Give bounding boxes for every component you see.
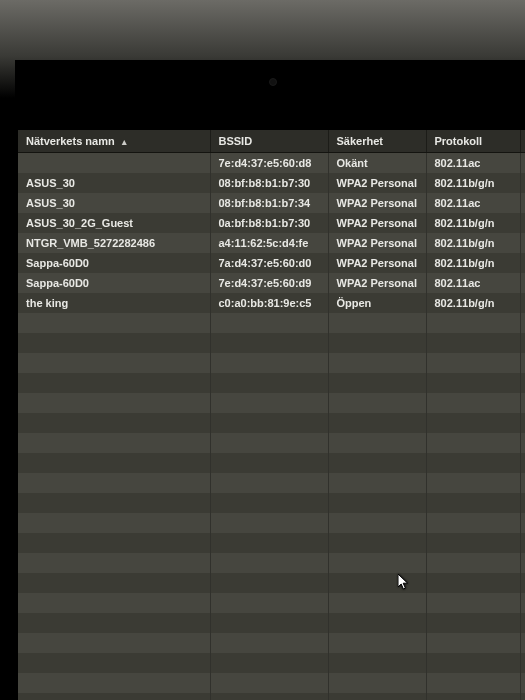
cell-bssid: c0:a0:bb:81:9e:c5 <box>210 293 328 313</box>
table-row-empty <box>18 473 525 493</box>
table-row-empty <box>18 333 525 353</box>
table-row-empty <box>18 653 525 673</box>
cell-name <box>18 153 210 174</box>
table-row-empty <box>18 453 525 473</box>
table-row[interactable]: 7e:d4:37:e5:60:d8Okänt802.11ac-39 <box>18 153 525 174</box>
table-row[interactable]: Sappa-60D07a:d4:37:e5:60:d0WPA2 Personal… <box>18 253 525 273</box>
table-row-empty <box>18 433 525 453</box>
cell-name: the king <box>18 293 210 313</box>
table-row[interactable]: ASUS_3008:bf:b8:b1:b7:30WPA2 Personal802… <box>18 173 525 193</box>
table-row-empty <box>18 353 525 373</box>
col-header-protocol[interactable]: Protokoll <box>426 130 520 153</box>
cell-protocol: 802.11b/g/n <box>426 293 520 313</box>
cell-protocol: 802.11ac <box>426 193 520 213</box>
cell-bssid: 7e:d4:37:e5:60:d9 <box>210 273 328 293</box>
cell-protocol: 802.11b/g/n <box>426 173 520 193</box>
col-header-bssid[interactable]: BSSID <box>210 130 328 153</box>
table-body: 7e:d4:37:e5:60:d8Okänt802.11ac-39ASUS_30… <box>18 153 525 701</box>
cell-security: Okänt <box>328 153 426 174</box>
table-row-empty <box>18 373 525 393</box>
cell-rssi: -42 <box>520 233 525 253</box>
cell-security: WPA2 Personal <box>328 213 426 233</box>
cell-bssid: 7a:d4:37:e5:60:d0 <box>210 253 328 273</box>
webcam-dot <box>269 78 277 86</box>
sort-asc-icon: ▴ <box>122 137 127 147</box>
cell-name: ASUS_30 <box>18 173 210 193</box>
cell-rssi: -78 <box>520 213 525 233</box>
table-row-empty <box>18 393 525 413</box>
cell-security: WPA2 Personal <box>328 253 426 273</box>
table-row-empty <box>18 693 525 700</box>
cell-bssid: 0a:bf:b8:b1:b7:30 <box>210 213 328 233</box>
table-row-empty <box>18 673 525 693</box>
cell-name: ASUS_30 <box>18 193 210 213</box>
cell-security: WPA2 Personal <box>328 273 426 293</box>
cell-security: WPA2 Personal <box>328 173 426 193</box>
screen-area: Nätverkets namn ▴ BSSID Säkerhet Protoko… <box>18 130 525 700</box>
table-row[interactable]: the kingc0:a0:bb:81:9e:c5Öppen802.11b/g/… <box>18 293 525 313</box>
table-row-empty <box>18 573 525 593</box>
col-header-name-label: Nätverkets namn <box>26 135 115 147</box>
col-header-name[interactable]: Nätverkets namn ▴ <box>18 130 210 153</box>
cell-security: Öppen <box>328 293 426 313</box>
table-row[interactable]: ASUS_3008:bf:b8:b1:b7:34WPA2 Personal802… <box>18 193 525 213</box>
cell-rssi: -77 <box>520 293 525 313</box>
table-row[interactable]: ASUS_30_2G_Guest0a:bf:b8:b1:b7:30WPA2 Pe… <box>18 213 525 233</box>
cell-protocol: 802.11ac <box>426 153 520 174</box>
cell-bssid: a4:11:62:5c:d4:fe <box>210 233 328 253</box>
cell-security: WPA2 Personal <box>328 193 426 213</box>
cell-name: Sappa-60D0 <box>18 273 210 293</box>
cell-rssi: -46 <box>520 253 525 273</box>
table-row-empty <box>18 553 525 573</box>
cell-protocol: 802.11ac <box>426 273 520 293</box>
table-row-empty <box>18 493 525 513</box>
table-header-row: Nätverkets namn ▴ BSSID Säkerhet Protoko… <box>18 130 525 153</box>
cell-rssi: -78 <box>520 173 525 193</box>
table-row[interactable]: Sappa-60D07e:d4:37:e5:60:d9WPA2 Personal… <box>18 273 525 293</box>
table-row-empty <box>18 633 525 653</box>
cell-bssid: 7e:d4:37:e5:60:d8 <box>210 153 328 174</box>
table-row-empty <box>18 313 525 333</box>
cell-name: ASUS_30_2G_Guest <box>18 213 210 233</box>
table-row[interactable]: NTGR_VMB_5272282486a4:11:62:5c:d4:feWPA2… <box>18 233 525 253</box>
cell-name: NTGR_VMB_5272282486 <box>18 233 210 253</box>
cell-protocol: 802.11b/g/n <box>426 213 520 233</box>
wifi-network-table: Nätverkets namn ▴ BSSID Säkerhet Protoko… <box>18 130 525 700</box>
cell-name: Sappa-60D0 <box>18 253 210 273</box>
table-row-empty <box>18 593 525 613</box>
col-header-rssi[interactable]: RSSI <box>520 130 525 153</box>
cell-security: WPA2 Personal <box>328 233 426 253</box>
cell-bssid: 08:bf:b8:b1:b7:34 <box>210 193 328 213</box>
cell-rssi: -89 <box>520 193 525 213</box>
table-row-empty <box>18 613 525 633</box>
table-row-empty <box>18 513 525 533</box>
cell-rssi: -39 <box>520 273 525 293</box>
cell-protocol: 802.11b/g/n <box>426 233 520 253</box>
cell-bssid: 08:bf:b8:b1:b7:30 <box>210 173 328 193</box>
cell-protocol: 802.11b/g/n <box>426 253 520 273</box>
table-row-empty <box>18 533 525 553</box>
cell-rssi: -39 <box>520 153 525 174</box>
table-row-empty <box>18 413 525 433</box>
col-header-security[interactable]: Säkerhet <box>328 130 426 153</box>
